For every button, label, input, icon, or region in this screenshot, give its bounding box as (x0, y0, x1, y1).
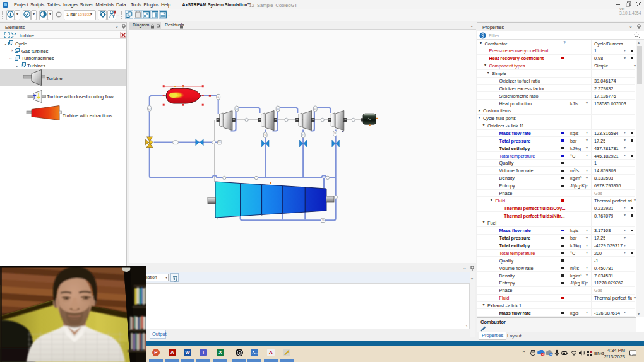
svg-text:19: 19 (322, 219, 325, 222)
svg-text:17: 17 (302, 134, 304, 137)
svg-text:18: 18 (334, 132, 337, 135)
svg-text:16: 16 (264, 134, 266, 137)
svg-text:11: 11 (217, 96, 220, 98)
svg-text:12: 12 (148, 108, 151, 110)
svg-text:14: 14 (277, 108, 279, 110)
svg-text:10: 10 (218, 141, 221, 144)
svg-text:15: 15 (314, 108, 316, 110)
svg-text:13: 13 (236, 108, 238, 110)
